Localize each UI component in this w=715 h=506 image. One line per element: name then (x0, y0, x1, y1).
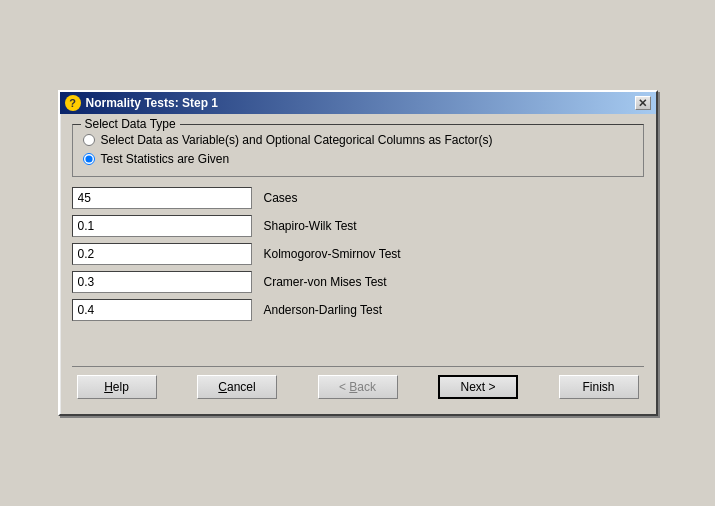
cramer-input[interactable] (72, 271, 252, 293)
dialog-icon: ? (65, 95, 81, 111)
anderson-input[interactable] (72, 299, 252, 321)
radio-variables[interactable] (83, 134, 95, 146)
title-bar-left: ? Normality Tests: Step 1 (65, 95, 218, 111)
radio-statistics[interactable] (83, 153, 95, 165)
data-row-cramer: Cramer-von Mises Test (72, 271, 644, 293)
shapiro-input[interactable] (72, 215, 252, 237)
button-row: Help Cancel < Back Next > Finish (72, 366, 644, 404)
cramer-label: Cramer-von Mises Test (264, 275, 387, 289)
cancel-button[interactable]: Cancel (197, 375, 277, 399)
close-button[interactable]: ✕ (635, 96, 651, 110)
group-label: Select Data Type (81, 117, 180, 131)
title-bar: ? Normality Tests: Step 1 ✕ (60, 92, 656, 114)
data-input-rows: Cases Shapiro-Wilk Test Kolmogorov-Smirn… (72, 187, 644, 321)
anderson-label: Anderson-Darling Test (264, 303, 383, 317)
data-row-kolmogorov: Kolmogorov-Smirnov Test (72, 243, 644, 265)
dialog-window: ? Normality Tests: Step 1 ✕ Select Data … (58, 90, 658, 416)
cases-input[interactable] (72, 187, 252, 209)
data-row-shapiro: Shapiro-Wilk Test (72, 215, 644, 237)
radio-statistics-label: Test Statistics are Given (101, 152, 230, 166)
kolmogorov-label: Kolmogorov-Smirnov Test (264, 247, 401, 261)
back-button[interactable]: < Back (318, 375, 398, 399)
dialog-body: Select Data Type Select Data as Variable… (60, 114, 656, 414)
finish-button[interactable]: Finish (559, 375, 639, 399)
data-row-cases: Cases (72, 187, 644, 209)
radio-variables-label: Select Data as Variable(s) and Optional … (101, 133, 493, 147)
radio-row-2: Test Statistics are Given (83, 152, 633, 166)
select-data-type-group: Select Data Type Select Data as Variable… (72, 124, 644, 177)
spacer (72, 331, 644, 361)
next-button[interactable]: Next > (438, 375, 518, 399)
kolmogorov-input[interactable] (72, 243, 252, 265)
data-row-anderson: Anderson-Darling Test (72, 299, 644, 321)
radio-row-1: Select Data as Variable(s) and Optional … (83, 133, 633, 147)
cases-label: Cases (264, 191, 298, 205)
help-button[interactable]: Help (77, 375, 157, 399)
shapiro-label: Shapiro-Wilk Test (264, 219, 357, 233)
dialog-title: Normality Tests: Step 1 (86, 96, 218, 110)
